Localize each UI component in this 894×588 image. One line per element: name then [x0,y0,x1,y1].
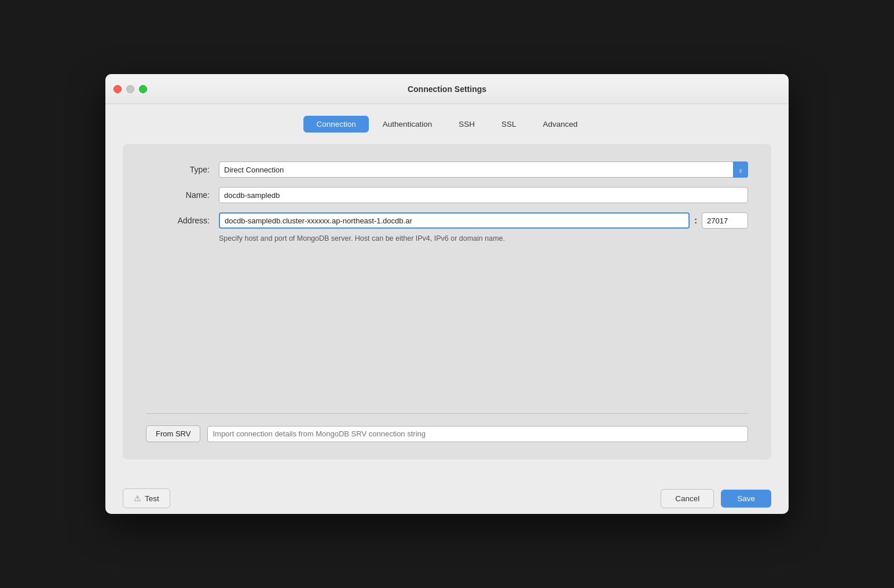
tabs-container: Connection Authentication SSH SSL Advanc… [123,116,771,133]
address-inputs: : [219,212,748,229]
tab-advanced[interactable]: Advanced [530,116,591,133]
tab-authentication[interactable]: Authentication [370,116,445,133]
tab-ssl[interactable]: SSL [489,116,529,133]
address-hint: Specify host and port of MongoDB server.… [219,233,748,244]
address-row: Address: : [146,212,748,229]
window-title: Connection Settings [408,84,486,94]
save-button[interactable]: Save [721,490,771,508]
cancel-button[interactable]: Cancel [661,489,714,508]
type-label: Type: [146,165,210,174]
minimize-button[interactable] [126,85,134,93]
colon-separator: : [694,216,697,225]
address-port-input[interactable] [702,212,748,229]
tab-ssh[interactable]: SSH [446,116,488,133]
tab-connection[interactable]: Connection [303,116,368,133]
test-icon: ⚠ [134,494,141,503]
type-row: Type: Direct Connection [146,161,748,178]
type-select-wrapper: Direct Connection [219,161,748,178]
test-button-label: Test [145,494,159,503]
footer-right: Cancel Save [661,489,771,508]
srv-row: From SRV [146,425,748,442]
window-body: Connection Authentication SSH SSL Advanc… [105,104,789,477]
address-host-input[interactable] [219,212,690,229]
connection-settings-window: Connection Settings Connection Authentic… [105,74,789,514]
name-input[interactable] [219,187,748,203]
srv-input[interactable] [207,426,748,442]
maximize-button[interactable] [139,85,147,93]
form-area: Type: Direct Connection Name: Address: [123,144,771,460]
title-bar: Connection Settings [105,74,789,104]
name-row: Name: [146,187,748,203]
traffic-lights [113,85,147,93]
from-srv-button[interactable]: From SRV [146,425,200,442]
address-label: Address: [146,216,210,225]
divider [146,413,748,414]
close-button[interactable] [113,85,122,93]
footer: ⚠ Test Cancel Save [105,477,789,514]
name-label: Name: [146,190,210,200]
spacer [146,253,748,407]
type-select[interactable]: Direct Connection [219,161,748,178]
test-button[interactable]: ⚠ Test [123,488,170,508]
